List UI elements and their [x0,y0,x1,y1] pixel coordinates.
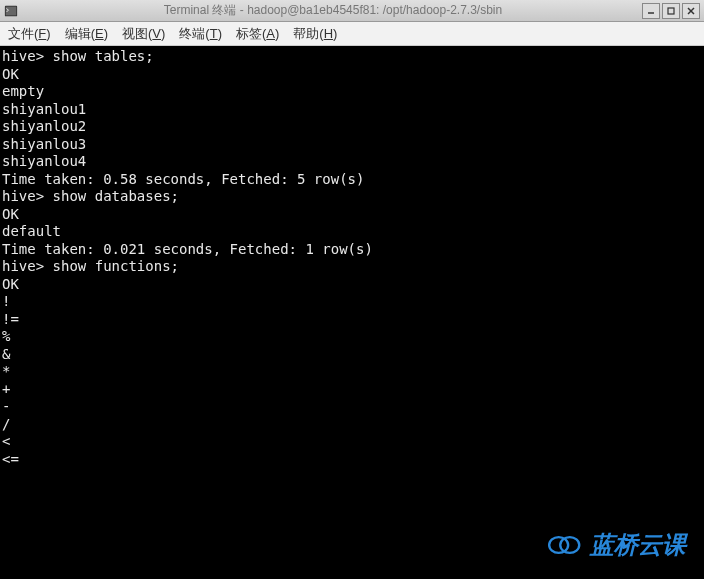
terminal-output[interactable]: hive> show tables; OK empty shiyanlou1 s… [0,46,704,579]
window-title: Terminal 终端 - hadoop@ba1eb4545f81: /opt/… [24,2,642,19]
menu-help[interactable]: 帮助(H) [293,25,337,43]
minimize-button[interactable] [642,3,660,19]
menu-file[interactable]: 文件(F) [8,25,51,43]
menu-edit[interactable]: 编辑(E) [65,25,108,43]
menubar: 文件(F) 编辑(E) 视图(V) 终端(T) 标签(A) 帮助(H) [0,22,704,46]
window-titlebar: Terminal 终端 - hadoop@ba1eb4545f81: /opt/… [0,0,704,22]
close-button[interactable] [682,3,700,19]
menu-tabs[interactable]: 标签(A) [236,25,279,43]
maximize-button[interactable] [662,3,680,19]
menu-terminal[interactable]: 终端(T) [179,25,222,43]
terminal-app-icon [4,4,18,18]
svg-rect-3 [668,8,674,14]
window-controls [642,3,700,19]
menu-view[interactable]: 视图(V) [122,25,165,43]
